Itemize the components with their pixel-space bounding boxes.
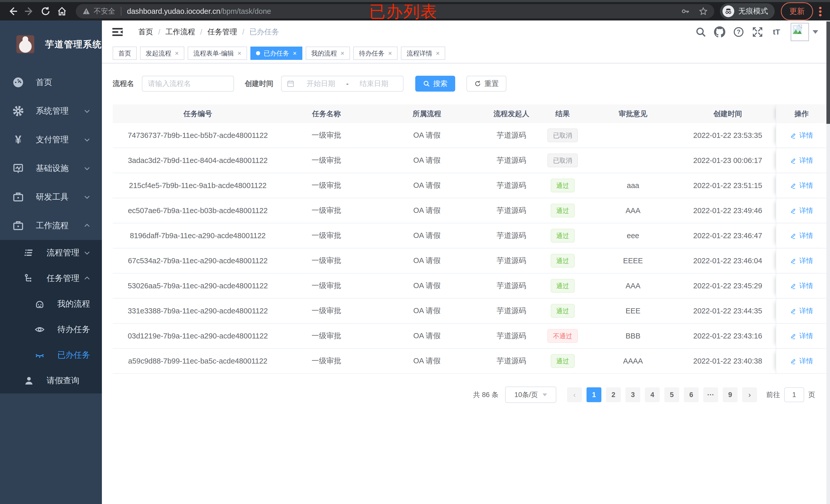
top-navbar: 首页 / 工作流程 / 任务管理 / 已办任务 ? — [102, 21, 830, 43]
tag-todo-tasks[interactable]: 待办任务× — [353, 46, 397, 60]
help-icon[interactable]: ? — [729, 23, 748, 41]
search-icon[interactable] — [691, 23, 710, 41]
sidebar-item-label: 流程管理 — [46, 247, 79, 258]
back-icon[interactable] — [5, 3, 21, 20]
sidebar-item-label: 待办任务 — [57, 324, 90, 335]
not-secure-label[interactable]: 不安全 — [94, 6, 115, 16]
sidebar-item-todo-tasks[interactable]: 待办任务 — [0, 317, 102, 342]
total-count: 共 86 条 — [473, 390, 499, 399]
page-ellipsis[interactable]: ··· — [703, 387, 718, 402]
page-button-9[interactable]: 9 — [723, 387, 738, 402]
user-icon — [22, 376, 36, 386]
sidebar-item-label: 请假查询 — [46, 375, 79, 386]
avatar[interactable] — [791, 23, 809, 41]
sidebar-item-system[interactable]: 系统管理 — [0, 97, 102, 125]
date-range-picker[interactable]: 开始日期 - 结束日期 — [281, 76, 404, 92]
page-button-5[interactable]: 5 — [664, 387, 679, 402]
sidebar-item-payment[interactable]: ¥ 支付管理 — [0, 125, 102, 154]
prev-page-button[interactable]: ‹ — [567, 387, 582, 402]
next-page-button[interactable]: › — [742, 387, 757, 402]
detail-link[interactable]: 详情 — [790, 156, 813, 165]
detail-link[interactable]: 详情 — [790, 231, 813, 240]
collapse-sidebar-icon[interactable] — [111, 26, 123, 38]
detail-link[interactable]: 详情 — [790, 357, 813, 366]
bookmark-star-icon[interactable] — [699, 7, 708, 15]
process-name-label: 流程名 — [113, 79, 134, 89]
github-icon[interactable] — [710, 23, 729, 41]
scrollbar-thumb[interactable] — [826, 22, 830, 124]
tag-process-detail[interactable]: 流程详情× — [401, 46, 445, 60]
table-row: a59c9d88-7b99-11ec-ba5c-acde48001122 一级审… — [113, 349, 827, 374]
start-date-placeholder: 开始日期 — [297, 79, 345, 89]
close-icon[interactable]: × — [388, 50, 392, 57]
browser-update-button[interactable]: 更新 — [781, 2, 813, 21]
detail-link[interactable]: 详情 — [790, 256, 813, 265]
page-size-select[interactable]: 10条/页 — [505, 387, 556, 403]
page-button-4[interactable]: 4 — [645, 387, 660, 402]
eye-icon — [33, 325, 46, 335]
table-row: 215cf4e5-7b9b-11ec-9a1b-acde48001122 一级审… — [113, 173, 827, 198]
tag-home[interactable]: 首页 — [113, 46, 137, 60]
close-icon[interactable]: × — [237, 50, 242, 57]
tag-form-edit[interactable]: 流程表单-编辑× — [188, 46, 247, 60]
close-icon[interactable]: × — [341, 50, 344, 57]
reset-button[interactable]: 重置 — [467, 76, 506, 92]
key-icon[interactable] — [681, 7, 690, 15]
detail-link[interactable]: 详情 — [790, 306, 813, 315]
breadcrumb-home[interactable]: 首页 — [138, 27, 153, 37]
close-icon[interactable]: × — [175, 50, 179, 57]
url-host[interactable]: dashboard.yudao.iocoder.cn — [127, 7, 220, 15]
close-icon[interactable]: × — [293, 50, 297, 57]
chevron-down-icon — [84, 165, 91, 172]
search-button[interactable]: 搜索 — [415, 76, 455, 92]
browser-menu-icon[interactable]: ••• — [815, 6, 825, 16]
process-name-input[interactable] — [142, 76, 234, 92]
sidebar: 芋道管理系统 首页 系统管理 ¥ 支付管理 基础设施 — [0, 21, 102, 504]
sidebar-item-leave-query[interactable]: 请假查询 — [0, 368, 102, 394]
breadcrumb-current: 已办任务 — [249, 27, 279, 37]
page-button-2[interactable]: 2 — [606, 387, 621, 402]
breadcrumb-task-mgmt[interactable]: 任务管理 — [208, 27, 237, 37]
detail-link[interactable]: 详情 — [790, 181, 813, 190]
table-row: 67c534a2-7b9a-11ec-a290-acde48001122 一级审… — [113, 248, 827, 273]
home-icon[interactable] — [54, 3, 70, 20]
url-path[interactable]: /bpm/task/done — [220, 7, 271, 15]
tag-start-process[interactable]: 发起流程× — [140, 46, 184, 60]
table-row: ec507ae6-7b9a-11ec-b03b-acde48001122 一级审… — [113, 198, 827, 223]
font-size-icon[interactable]: tT — [767, 23, 786, 41]
tag-my-process[interactable]: 我的流程× — [306, 46, 350, 60]
sidebar-item-workflow[interactable]: 工作流程 — [0, 211, 102, 240]
page-scrollbar[interactable] — [826, 21, 830, 504]
edit-icon — [790, 132, 797, 139]
sidebar-item-process-mgmt[interactable]: 流程管理 — [0, 240, 102, 266]
done-task-table: 任务编号 任务名称 所属流程 流程发起人 结果 审批意见 创建时间 操作 747… — [113, 104, 827, 374]
fullscreen-icon[interactable] — [748, 23, 767, 41]
page-button-1[interactable]: 1 — [586, 387, 601, 402]
caret-down-icon[interactable] — [812, 30, 818, 34]
detail-link[interactable]: 详情 — [790, 331, 813, 340]
goto-page-input[interactable] — [784, 387, 804, 402]
sidebar-item-my-process[interactable]: 我的流程 — [0, 291, 102, 317]
sidebar-item-devtools[interactable]: 研发工具 — [0, 183, 102, 211]
calendar-icon — [287, 80, 294, 88]
col-result: 结果 — [539, 104, 586, 123]
table-header: 任务编号 任务名称 所属流程 流程发起人 结果 审批意见 创建时间 操作 — [113, 104, 827, 123]
page-button-3[interactable]: 3 — [626, 387, 640, 402]
close-icon[interactable]: × — [436, 50, 440, 57]
sidebar-item-home[interactable]: 首页 — [0, 68, 102, 97]
sidebar-item-done-tasks[interactable]: 已办任务 — [0, 342, 102, 368]
breadcrumb-workflow[interactable]: 工作流程 — [165, 27, 195, 37]
sidebar-item-task-mgmt[interactable]: 任务管理 — [0, 266, 102, 291]
status-badge: 通过 — [551, 354, 575, 368]
sidebar-item-infra[interactable]: 基础设施 — [0, 154, 102, 183]
status-badge: 通过 — [551, 304, 575, 318]
sidebar-item-label: 系统管理 — [36, 105, 69, 117]
refresh-icon[interactable] — [37, 3, 54, 20]
page-button-6[interactable]: 6 — [684, 387, 699, 402]
detail-link[interactable]: 详情 — [790, 281, 813, 290]
tag-done-tasks[interactable]: 已办任务× — [250, 46, 302, 60]
detail-link[interactable]: 详情 — [790, 206, 813, 215]
forward-icon[interactable] — [21, 3, 37, 20]
detail-link[interactable]: 详情 — [790, 131, 813, 140]
yen-icon: ¥ — [11, 133, 25, 146]
